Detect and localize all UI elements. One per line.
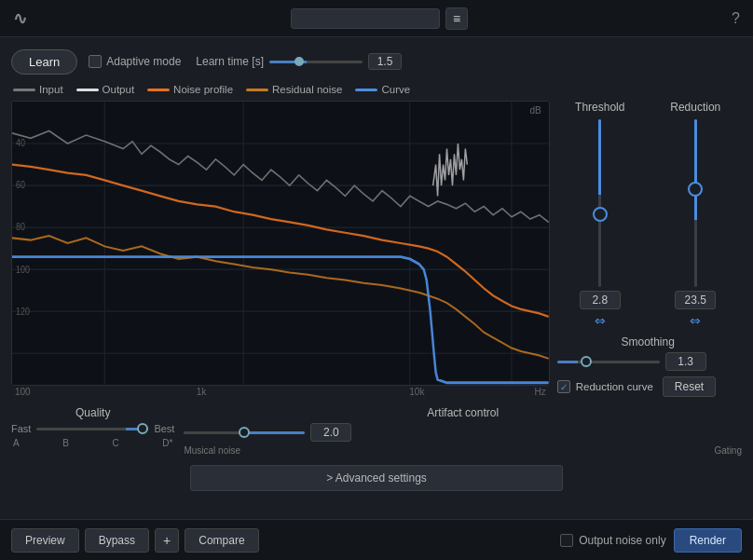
adaptive-mode-checkbox[interactable] (89, 55, 102, 68)
graph-section: dB (11, 101, 742, 397)
add-button[interactable]: + (155, 528, 179, 553)
reduction-curve-checkbox[interactable]: ✓ (557, 380, 570, 393)
reduction-fill (694, 119, 697, 220)
smoothing-panel: Smoothing 1.3 ✓ Reduction curve Reset (557, 335, 739, 397)
threshold-fill (598, 119, 601, 195)
gating-label: Gating (715, 445, 742, 456)
adaptive-mode-label: Adaptive mode (106, 55, 181, 68)
legend-noise-profile: Noise profile (147, 84, 233, 95)
svg-text:120: 120 (16, 306, 30, 317)
bottom-bar: Preview Bypass + Compare Output noise on… (0, 519, 753, 560)
bottom-controls-row: Quality Fast Best A B C D* Artifact cont… (11, 406, 742, 456)
quality-option-a: A (13, 438, 20, 448)
input-label: Input (39, 84, 63, 95)
reduction-link-icon[interactable]: ⇔ (690, 313, 701, 328)
musical-noise-label: Musical noise (184, 445, 240, 456)
menu-button[interactable]: ≡ (445, 7, 468, 30)
reduction-thumb[interactable] (688, 182, 703, 197)
learn-time-slider[interactable] (269, 61, 363, 63)
threshold-label: Threshold (575, 101, 624, 114)
preset-dropdown[interactable] (291, 8, 440, 29)
artifact-slider-row: 2.0 (184, 423, 742, 442)
hz-1k: 1k (197, 387, 207, 397)
output-label: Output (103, 84, 135, 95)
advanced-settings-button[interactable]: > Advanced settings (190, 465, 563, 491)
svg-rect-0 (12, 102, 549, 385)
compare-button[interactable]: Compare (185, 528, 258, 553)
reduction-track-line (694, 119, 697, 287)
quality-option-d: D* (162, 438, 172, 448)
legend-output: Output (76, 84, 135, 95)
bottom-right-controls: Output noise only Render (560, 528, 742, 553)
output-noise-label: Output noise only (579, 534, 665, 547)
top-bar: ∿ ≡ ? (0, 0, 753, 37)
bottom-left-controls: Preview Bypass + Compare (11, 528, 259, 553)
controls-row: Learn Adaptive mode Learn time [s] 1.5 (11, 45, 742, 78)
reduction-curve-label: Reduction curve (576, 381, 653, 392)
artifact-label: Artifact control (184, 406, 742, 419)
curve-line-icon (355, 89, 377, 91)
artifact-slider[interactable] (184, 431, 305, 434)
quality-option-b: B (62, 438, 69, 448)
artifact-labels: Musical noise Gating (184, 445, 742, 456)
bypass-button[interactable]: Bypass (85, 528, 149, 553)
learn-time-value: 1.5 (368, 53, 402, 70)
legend-row: Input Output Noise profile Residual nois… (11, 84, 742, 95)
threshold-track-line (598, 119, 601, 287)
quality-slider-row: Fast Best (11, 423, 174, 434)
adaptive-mode-control: Adaptive mode (89, 55, 181, 68)
legend-input: Input (13, 84, 63, 95)
hz-labels-row: 100 1k 10k Hz (11, 387, 550, 397)
threshold-thumb[interactable] (593, 207, 608, 222)
graph-wrap: dB (11, 101, 550, 397)
output-noise-control: Output noise only (560, 534, 665, 547)
quality-fast-label: Fast (11, 423, 31, 434)
legend-residual-noise: Residual noise (246, 84, 342, 95)
right-controls: Threshold 2.8 ⇔ Reduction (557, 101, 739, 397)
svg-text:60: 60 (16, 180, 25, 191)
input-line-icon (13, 89, 35, 91)
svg-text:100: 100 (16, 264, 30, 275)
threshold-value: 2.8 (580, 291, 621, 309)
quality-best-label: Best (154, 423, 174, 434)
residual-noise-line-icon (246, 89, 268, 91)
quality-label: Quality (11, 406, 174, 419)
quality-option-c: C (112, 438, 118, 448)
curve-label: Curve (381, 84, 410, 95)
output-noise-checkbox[interactable] (560, 534, 573, 547)
smoothing-slider[interactable] (557, 361, 660, 363)
logo: ∿ (13, 8, 27, 29)
quality-slider[interactable] (36, 428, 148, 430)
threshold-column: Threshold 2.8 ⇔ (575, 101, 624, 328)
noise-profile-label: Noise profile (173, 84, 233, 95)
legend-curve: Curve (355, 84, 410, 95)
residual-noise-label: Residual noise (272, 84, 342, 95)
db-label: dB (529, 105, 541, 116)
noise-profile-line-icon (147, 89, 170, 91)
top-bar-center: ≡ (291, 7, 468, 30)
render-button[interactable]: Render (674, 528, 742, 553)
output-line-icon (76, 89, 99, 91)
svg-text:40: 40 (16, 138, 25, 149)
threshold-reduction-panel: Threshold 2.8 ⇔ Reduction (557, 101, 739, 328)
hz-unit: Hz (534, 387, 545, 397)
reduction-column: Reduction 23.5 ⇔ (670, 101, 720, 328)
svg-text:80: 80 (16, 222, 25, 233)
quality-section: Quality Fast Best A B C D* (11, 406, 174, 448)
learn-time-label: Learn time [s] (196, 55, 264, 68)
learn-button[interactable]: Learn (11, 49, 77, 75)
link-icon[interactable]: ⇔ (595, 313, 606, 328)
artifact-section: Artifact control 2.0 Musical noise Gatin… (184, 406, 742, 456)
smoothing-value: 1.3 (665, 352, 706, 371)
reset-button[interactable]: Reset (663, 376, 716, 397)
reduction-value: 23.5 (675, 291, 716, 309)
reduction-curve-row: ✓ Reduction curve Reset (557, 376, 739, 397)
learn-time-control: Learn time [s] 1.5 (196, 53, 402, 70)
help-icon[interactable]: ? (732, 10, 740, 27)
reduction-slider-track[interactable] (686, 119, 705, 287)
threshold-slider-track[interactable] (591, 119, 609, 287)
preview-button[interactable]: Preview (11, 528, 79, 553)
hz-100: 100 (15, 387, 31, 397)
smoothing-slider-row: 1.3 (557, 352, 739, 371)
spectrum-graph[interactable]: dB (11, 101, 550, 386)
